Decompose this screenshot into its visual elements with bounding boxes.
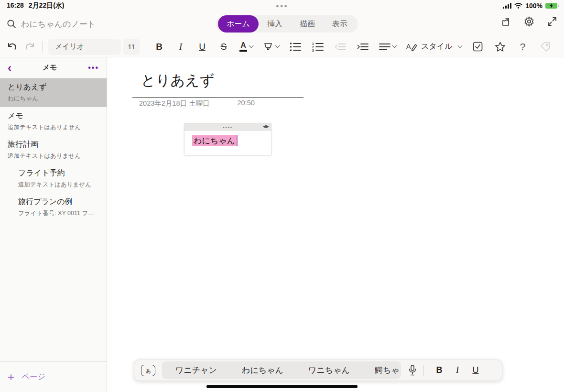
keyboard-underline-button[interactable]: U [466, 365, 485, 375]
undo-icon[interactable] [6, 39, 18, 54]
italic-button[interactable]: I [175, 42, 186, 52]
suggestion-segment: ワニチャン わにちゃん ワニちゃん 鰐ちゃ [162, 361, 401, 379]
suggestion-item[interactable]: ワニちゃん [308, 365, 350, 376]
svg-text:2: 2 [312, 45, 314, 48]
format-toolbar: メイリオ 11 B I U S A 123 A スタイル ? [0, 36, 564, 57]
page-item-flight-booking[interactable]: フライト予約 追加テキストはありません [0, 164, 107, 193]
cellular-icon [503, 3, 511, 9]
redo-icon[interactable] [24, 39, 36, 54]
text-outline-container[interactable]: •••• ◀▶ わにちゃん [184, 123, 271, 155]
page-item-title: 旅行計画 [8, 140, 99, 150]
app-header: わにちゃんのノート ホーム 挿入 描画 表示 [0, 11, 564, 36]
wifi-icon [514, 3, 522, 9]
styles-label: スタイル [421, 42, 453, 52]
more-options-icon[interactable]: ••• [88, 64, 99, 72]
bar-divider [423, 365, 423, 376]
underline-button[interactable]: U [196, 42, 208, 52]
page-item-travel-plan-example[interactable]: 旅行プランの例 フライト番号: XY 0011 フ… [0, 193, 107, 222]
bold-button[interactable]: B [153, 42, 165, 52]
page-date: 2023年2月18日 土曜日 [139, 99, 209, 108]
alignment-button[interactable] [379, 39, 396, 54]
page-item-title: 旅行プランの例 [18, 197, 99, 207]
page-item-toriaezu[interactable]: とりあえず わにちゃん [0, 78, 107, 107]
highlighter-button[interactable] [263, 39, 279, 54]
styles-button[interactable]: A スタイル [406, 42, 462, 52]
chevron-down-icon [392, 44, 397, 48]
toolbar-divider [42, 41, 43, 53]
microphone-icon[interactable] [409, 365, 416, 376]
style-pencil-icon: A [406, 42, 418, 52]
tag-icon[interactable] [539, 39, 552, 54]
battery-percent: 100% [525, 2, 542, 10]
outline-drag-handle[interactable]: •••• ◀▶ [184, 124, 271, 131]
chevron-down-icon [457, 44, 462, 48]
page-item-title: フライト予約 [18, 168, 99, 178]
search-placeholder: わにちゃんのノート [21, 19, 96, 30]
share-icon[interactable] [500, 15, 512, 28]
star-tag-icon[interactable] [494, 39, 507, 54]
add-page-label: ページ [22, 372, 45, 382]
svg-text:3: 3 [312, 48, 314, 52]
suggestion-item[interactable]: わにちゃん [242, 365, 283, 376]
indent-icon[interactable] [357, 39, 369, 54]
page-item-title: メモ [8, 111, 99, 121]
keyboard-italic-button[interactable]: I [448, 365, 466, 375]
question-tag-button[interactable]: ? [517, 39, 529, 54]
page-item-title: とりあえず [8, 82, 99, 92]
note-canvas[interactable]: とりあえず 2023年2月18日 土曜日 20:50 •••• ◀▶ わにちゃん [108, 57, 564, 392]
fullscreen-expand-icon[interactable] [546, 15, 558, 28]
tab-draw[interactable]: 描画 [291, 15, 324, 33]
resize-arrows-icon[interactable]: ◀▶ [263, 124, 270, 129]
keyboard-suggestion-bar: ぁ ワニチャン わにちゃん ワニちゃん 鰐ちゃ B I U [134, 359, 502, 381]
tab-insert[interactable]: 挿入 [259, 15, 291, 33]
tab-home[interactable]: ホーム [218, 15, 259, 33]
search-input[interactable]: わにちゃんのノート [0, 19, 210, 30]
bullet-list-button[interactable] [289, 39, 302, 54]
page-item-subtitle: わにちゃん [8, 95, 99, 103]
page-time: 20:50 [237, 99, 254, 108]
page-list-sidebar: ‹ メモ ••• とりあえず わにちゃん メモ 追加テキストはありません 旅行計… [0, 57, 107, 392]
sidebar-title: メモ [43, 63, 57, 72]
page-item-memo[interactable]: メモ 追加テキストはありません [0, 107, 107, 136]
status-bar: 16:28 2月22日(水) ●●● 100% [0, 0, 564, 11]
tab-view[interactable]: 表示 [324, 15, 356, 33]
highlighted-text[interactable]: わにちゃん [192, 135, 238, 146]
font-color-swatch [239, 50, 247, 52]
page-item-travel-plan[interactable]: 旅行計画 追加テキストはありません [0, 136, 107, 164]
outdent-icon[interactable] [334, 39, 347, 54]
numbered-list-button[interactable]: 123 [312, 39, 324, 54]
page-item-subtitle: 追加テキストはありません [18, 181, 99, 189]
title-underline [132, 97, 304, 98]
chevron-down-icon [249, 44, 254, 48]
font-size-selector[interactable]: 11 [123, 39, 140, 55]
page-title[interactable]: とりあえず [141, 71, 215, 90]
keyboard-bold-button[interactable]: B [430, 365, 448, 375]
input-mode-key[interactable]: ぁ [141, 365, 155, 376]
add-page-button[interactable]: + ページ [0, 361, 107, 392]
font-name-selector[interactable]: メイリオ [48, 39, 121, 55]
back-chevron-icon[interactable]: ‹ [8, 62, 11, 74]
chevron-down-icon [275, 44, 280, 48]
page-item-subtitle: 追加テキストはありません [8, 152, 99, 160]
multitask-dots-icon: ●●● [0, 3, 564, 9]
ribbon-tabs: ホーム 挿入 描画 表示 [216, 15, 358, 33]
suggestion-item[interactable]: ワニチャン [175, 365, 217, 376]
strikethrough-button[interactable]: S [218, 42, 229, 52]
page-item-subtitle: 追加テキストはありません [8, 123, 99, 131]
settings-gear-icon[interactable] [523, 15, 535, 28]
page-item-subtitle: フライト番号: XY 0011 フ… [18, 209, 99, 218]
search-icon [7, 19, 16, 29]
svg-text:A: A [406, 43, 411, 50]
home-indicator[interactable] [206, 385, 358, 388]
todo-tag-checkbox-icon[interactable] [472, 39, 484, 54]
plus-icon: + [8, 371, 14, 383]
battery-icon [545, 3, 557, 9]
font-color-button[interactable]: A [239, 39, 253, 54]
suggestion-item[interactable]: 鰐ちゃ [375, 365, 400, 376]
